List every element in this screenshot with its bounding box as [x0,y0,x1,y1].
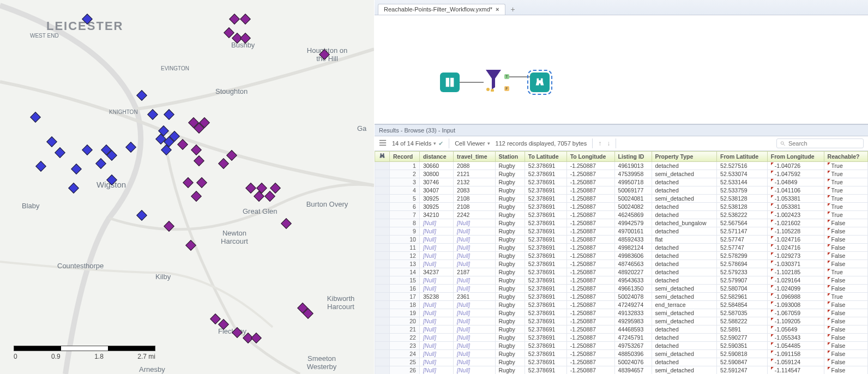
place-label: Kibworth Harcourt [322,294,360,311]
app-panel: Reachable-Points-Filter_Workflow.yxmd* ×… [374,0,868,374]
tab-title: Reachable-Points-Filter_Workflow.yxmd* [384,6,492,13]
table-row[interactable]: 1306602088Rugby52.378691-1.2508874961901… [375,162,868,170]
table-row[interactable]: 5309252108Rugby52.378691-1.2508875002408… [375,195,868,203]
table-row[interactable]: 22[Null][Null]Rugby52.378691-1.250887472… [375,334,868,342]
table-row[interactable]: 12[Null][Null]Rugby52.378691-1.250887499… [375,252,868,260]
place-label: Stoughton [215,87,248,95]
input-data-tool[interactable] [440,73,460,92]
svg-line-6 [783,144,785,146]
table-row[interactable]: 19[Null][Null]Rugby52.378691-1.250887491… [375,309,868,317]
table-row[interactable]: 21[Null][Null]Rugby52.378691-1.250887444… [375,325,868,334]
place-label: Great Glen [243,207,278,215]
column-header[interactable]: To Latitude [525,152,566,162]
column-header[interactable]: Record [390,152,420,162]
column-header[interactable]: From Latitude [717,152,768,162]
search-icon [780,141,786,147]
records-label: 112 records displayed, 7057 bytes [496,140,587,147]
prev-record-button[interactable]: ↑ [598,140,601,147]
table-row[interactable]: 7342102242Rugby52.378691-1.2508874624586… [375,211,868,219]
table-row[interactable]: 17352382361Rugby52.378691-1.250887500240… [375,293,868,301]
row-gutter-header [375,152,390,162]
table-row[interactable]: 14342372187Rugby52.378691-1.250887489202… [375,268,868,276]
table-row[interactable]: 8[Null][Null]Rugby52.378691-1.2508874994… [375,219,868,227]
table-row[interactable]: 15[Null][Null]Rugby52.378691-1.250887495… [375,276,868,285]
svg-rect-3 [379,142,386,143]
table-row[interactable]: 26[Null][Null]Rugby52.378691-1.250887483… [375,366,868,375]
table-row[interactable]: 20[Null][Null]Rugby52.378691-1.250887492… [375,317,868,325]
table-row[interactable]: 3307462132Rugby52.378691-1.2508874995071… [375,178,868,186]
svg-rect-4 [379,145,386,146]
column-header[interactable]: Property Type [652,152,717,162]
place-label: Burton Overy [303,200,352,208]
table-row[interactable]: 11[Null][Null]Rugby52.378691-1.250887499… [375,244,868,252]
cell-viewer-dropdown[interactable]: Cell Viewer ▾ [455,140,490,147]
place-label: Arnesby [139,365,165,373]
place-label: Bushby [231,41,255,49]
place-label: EVINGTON [161,65,189,71]
column-header[interactable]: From Longitude [767,152,824,162]
filter-tool[interactable] [484,70,503,89]
binoculars-icon [534,76,546,88]
workflow-tabbar: Reachable-Points-Filter_Workflow.yxmd* ×… [375,0,868,15]
chevron-down-icon: ▾ [487,141,490,146]
column-header[interactable]: travel_time [454,152,495,162]
add-tab-button[interactable]: + [508,4,519,15]
funnel-icon [484,68,503,92]
check-icon: ✔ [438,140,443,147]
svg-point-0 [486,88,490,91]
table-row[interactable]: 16[Null][Null]Rugby52.378691-1.250887496… [375,285,868,293]
svg-point-5 [781,141,783,144]
map-panel[interactable]: LEICESTER WEST ENDBushbyHoughton on the … [0,0,374,374]
column-header[interactable]: To Longitude [566,152,614,162]
table-row[interactable]: 13[Null][Null]Rugby52.378691-1.250887487… [375,260,868,268]
table-row[interactable]: 25[Null][Null]Rugby52.378691-1.250887500… [375,358,868,366]
next-record-button[interactable]: ↓ [607,140,610,147]
book-icon [444,76,456,88]
results-toolbar: 14 of 14 Fields ▾ ✔ Cell Viewer ▾ 112 re… [375,136,868,151]
table-row[interactable]: 23[Null][Null]Rugby52.378691-1.250887497… [375,342,868,350]
true-anchor[interactable]: T [504,74,509,79]
column-header[interactable]: Station [495,152,525,162]
workflow-canvas[interactable]: T F [375,15,868,124]
table-row[interactable]: 18[Null][Null]Rugby52.378691-1.250887472… [375,301,868,309]
place-label: Newton Harcourt [215,229,254,245]
map-scalebar: 0 0.9 1.8 2.7 mi [14,346,155,360]
place-label: WEST END [30,33,59,39]
fields-dropdown[interactable]: 14 of 14 Fields ▾ ✔ [392,140,443,147]
place-label: Countesthorpe [57,262,104,270]
table-row[interactable]: 24[Null][Null]Rugby52.378691-1.250887488… [375,350,868,358]
metadata-toggle-icon[interactable] [379,139,387,148]
connection-wire [509,76,530,77]
svg-point-1 [491,89,494,92]
place-label: Smeeton Westerby [303,354,341,371]
search-box[interactable] [776,138,864,148]
svg-rect-2 [379,140,386,141]
table-row[interactable]: 10[Null][Null]Rugby52.378691-1.250887485… [375,236,868,244]
table-row[interactable]: 6309252108Rugby52.378691-1.2508875002408… [375,203,868,211]
browse-tool[interactable] [530,73,550,92]
column-header[interactable]: distance [419,152,453,162]
workflow-tab[interactable]: Reachable-Points-Filter_Workflow.yxmd* × [378,4,505,15]
results-header[interactable]: Results - Browse (33) - Input [375,124,868,136]
place-label: Kilby [155,273,171,281]
chevron-down-icon: ▾ [433,141,436,146]
results-grid[interactable]: Recorddistancetravel_timeStationTo Latit… [375,151,868,374]
place-label: Blaby [22,202,40,210]
place-label: Ga [357,124,366,132]
table-row[interactable]: 2308002121Rugby52.378691-1.2508874753995… [375,170,868,178]
false-anchor[interactable]: F [504,86,509,91]
close-icon[interactable]: × [496,6,499,13]
column-header[interactable]: Listing ID [614,152,652,162]
binoculars-icon [378,153,386,159]
table-row[interactable]: 4304072083Rugby52.378691-1.2508875006917… [375,186,868,195]
table-row[interactable]: 9[Null][Null]Rugby52.378691-1.2508874970… [375,227,868,236]
place-label: KNIGHTON [109,109,138,115]
connection-wire [460,82,484,83]
search-input[interactable] [788,140,860,147]
column-header[interactable]: Reachable? [824,152,867,162]
